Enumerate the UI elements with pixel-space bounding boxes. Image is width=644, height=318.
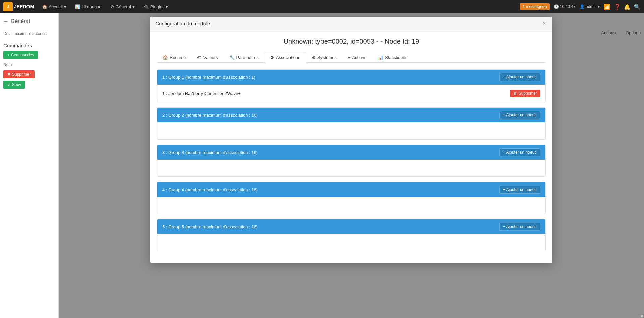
- add-node-btn-2[interactable]: + Ajouter un noeud: [499, 111, 540, 119]
- app-logo[interactable]: J JEEDOM: [3, 2, 34, 11]
- add-node-btn-3[interactable]: + Ajouter un noeud: [499, 148, 540, 156]
- group-2-body: [157, 122, 545, 139]
- delete-assoc-1-1-button[interactable]: 🗑 Supprimer: [510, 90, 540, 97]
- tab-actions[interactable]: ≡ Actions: [342, 52, 372, 63]
- logo-text: JEEDOM: [14, 4, 34, 9]
- modal-configuration: Configuration du module × Unknown: type=…: [150, 17, 552, 263]
- save-icon: ✔: [7, 82, 11, 87]
- statistiques-icon: 📊: [378, 55, 383, 60]
- tab-associations[interactable]: ⚙ Associations: [265, 52, 306, 63]
- tab-parametres[interactable]: 🔧 Paramètres: [224, 52, 265, 63]
- group-1-body: 1 : Jeedom RaZberry Controller ZWave+ 🗑 …: [157, 85, 545, 102]
- group-2-label: 2 : Group 2 (nombre maximum d'associatio…: [162, 113, 258, 118]
- tab-resume[interactable]: 🏠 Résumé: [157, 52, 191, 63]
- plugins-icon: 🔌: [143, 4, 149, 9]
- device-title: Unknown: type=0002, id=0053 - - Node Id:…: [157, 38, 546, 45]
- add-node-btn-1[interactable]: + Ajouter un noeud: [499, 73, 540, 81]
- nav-historique[interactable]: 📊 Historique: [72, 2, 105, 11]
- sidebar-delay-text: Délai maximum autorisé: [3, 31, 55, 36]
- modal-body: Unknown: type=0002, id=0053 - - Node Id:…: [150, 31, 552, 263]
- general-arrow-icon: ▾: [132, 4, 135, 9]
- sidebar-commands-label: Commandes: [3, 43, 55, 48]
- group-4-label: 4 : Group 4 (nombre maximum d'associatio…: [162, 187, 258, 192]
- notification-icon[interactable]: 🔔: [624, 4, 631, 10]
- help-icon[interactable]: ❓: [614, 4, 621, 10]
- assoc-item-1-1: 1 : Jeedom RaZberry Controller ZWave+ 🗑 …: [162, 88, 540, 99]
- top-navigation: J JEEDOM 🏠 Accueil ▾ 📊 Historique ⚙ Géné…: [0, 0, 644, 13]
- sauvegarder-button[interactable]: ✔ Sauv: [3, 81, 25, 89]
- group-4-body: [157, 197, 545, 214]
- tab-statistiques[interactable]: 📊 Statistiques: [372, 52, 413, 63]
- group-3-header: 3 : Group 3 (nombre maximum d'associatio…: [157, 145, 545, 160]
- supprimer-sidebar-button[interactable]: ✖ Supprimer: [3, 70, 35, 78]
- admin-arrow-icon: ▾: [598, 4, 600, 9]
- association-group-4: 4 : Group 4 (nombre maximum d'associatio…: [157, 182, 546, 214]
- group-2-header: 2 : Group 2 (nombre maximum d'associatio…: [157, 108, 545, 122]
- group-1-label: 1 : Group 1 (nombre maximum d'associatio…: [162, 75, 255, 80]
- group-3-label: 3 : Group 3 (nombre maximum d'associatio…: [162, 150, 258, 155]
- signal-icon[interactable]: 📶: [604, 4, 610, 10]
- logo-icon: J: [3, 2, 13, 11]
- group-1-header: 1 : Group 1 (nombre maximum d'associatio…: [157, 70, 545, 85]
- tab-valeurs[interactable]: 🏷 Valeurs: [191, 52, 223, 63]
- nav-plugins[interactable]: 🔌 Plugins ▾: [140, 2, 172, 11]
- modal-close-button[interactable]: ×: [541, 20, 547, 27]
- sidebar-title: ← Général: [3, 18, 55, 24]
- main-content: Actions Options Configuration du module …: [59, 13, 644, 318]
- module-tabs: 🏠 Résumé 🏷 Valeurs 🔧 Paramètres ⚙: [157, 52, 546, 63]
- general-icon: ⚙: [110, 4, 114, 9]
- modal-header: Configuration du module ×: [150, 17, 552, 31]
- valeurs-icon: 🏷: [197, 55, 201, 60]
- association-group-2: 2 : Group 2 (nombre maximum d'associatio…: [157, 107, 546, 140]
- actions-icon: ≡: [348, 55, 351, 60]
- tab-systemes[interactable]: ⚙ Systèmes: [306, 52, 342, 63]
- topnav-time: 🕐 10:40:47: [554, 4, 576, 9]
- sidebar: ← Général Délai maximum autorisé Command…: [0, 13, 59, 318]
- group-5-header: 5 : Group 5 (nombre maximum d'associatio…: [157, 219, 545, 234]
- modal-overlay: Configuration du module × Unknown: type=…: [59, 13, 644, 318]
- nav-accueil[interactable]: 🏠 Accueil ▾: [39, 2, 70, 11]
- plugins-arrow-icon: ▾: [166, 4, 168, 9]
- group-3-body: [157, 160, 545, 176]
- trash-icon: 🗑: [513, 91, 517, 96]
- nav-general[interactable]: ⚙ Général ▾: [107, 2, 138, 11]
- clock-icon: 🕐: [554, 4, 559, 9]
- historique-icon: 📊: [75, 4, 80, 9]
- modal-title: Configuration du module: [155, 21, 210, 26]
- page-wrapper: ← Général Délai maximum autorisé Command…: [0, 13, 644, 318]
- association-group-5: 5 : Group 5 (nombre maximum d'associatio…: [157, 219, 546, 251]
- resume-icon: 🏠: [163, 55, 168, 60]
- assoc-item-label-1-1: 1 : Jeedom RaZberry Controller ZWave+: [162, 91, 241, 96]
- supprimer-icon: ✖: [7, 72, 11, 77]
- group-5-label: 5 : Group 5 (nombre maximum d'associatio…: [162, 224, 258, 229]
- add-node-btn-5[interactable]: + Ajouter un noeud: [499, 223, 540, 231]
- association-group-1: 1 : Group 1 (nombre maximum d'associatio…: [157, 69, 546, 102]
- plus-icon: +: [7, 53, 10, 57]
- back-icon: ←: [3, 18, 9, 24]
- nom-label: Nom: [3, 62, 55, 67]
- user-icon: 👤: [580, 4, 585, 9]
- home-icon: 🏠: [42, 4, 47, 9]
- group-4-header: 4 : Group 4 (nombre maximum d'associatio…: [157, 182, 545, 197]
- commandes-button[interactable]: + Commandes: [3, 51, 38, 59]
- associations-icon: ⚙: [270, 55, 274, 60]
- group-5-body: [157, 234, 545, 251]
- systemes-icon: ⚙: [312, 55, 316, 60]
- modal-resize-handle[interactable]: [641, 315, 643, 317]
- association-group-3: 3 : Group 3 (nombre maximum d'associatio…: [157, 145, 546, 177]
- topnav-right: 1 message(s) 🕐 10:40:47 👤 admin ▾ 📶 ❓ 🔔 …: [520, 3, 641, 10]
- add-node-btn-4[interactable]: + Ajouter un noeud: [499, 186, 540, 194]
- message-badge[interactable]: 1 message(s): [520, 3, 550, 10]
- admin-menu[interactable]: 👤 admin ▾: [580, 4, 600, 9]
- accueil-arrow-icon: ▾: [64, 4, 66, 9]
- search-icon[interactable]: 🔍: [634, 4, 641, 10]
- topnav-utility-icons: 📶 ❓ 🔔 🔍: [604, 4, 641, 10]
- parametres-icon: 🔧: [229, 55, 235, 60]
